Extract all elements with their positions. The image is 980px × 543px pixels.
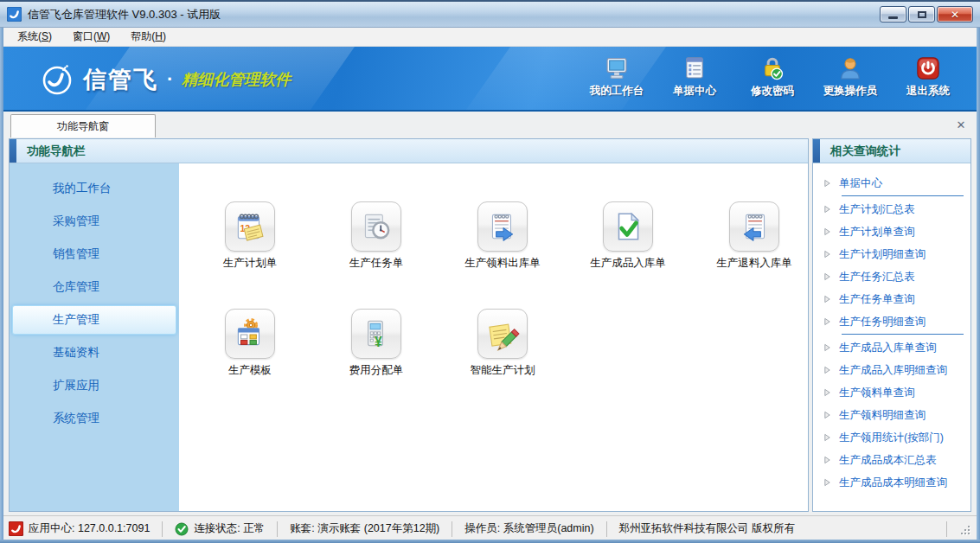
status-bar: 应用中心: 127.0.0.1:7091 连接状态: 正常 账套: 演示账套 (… <box>2 515 978 541</box>
menu-help[interactable]: 帮助(H) <box>120 27 176 47</box>
sidebar-item-extensions[interactable]: 扩展应用 <box>10 369 179 402</box>
minimize-button[interactable] <box>880 6 906 22</box>
query-group-separator <box>842 195 964 196</box>
query-link-label: 生产任务明细查询 <box>839 315 926 329</box>
triangle-bullet-icon <box>823 343 831 352</box>
triangle-bullet-icon <box>823 295 831 303</box>
triangle-bullet-icon <box>823 388 831 397</box>
tile-label: 费用分配单 <box>349 363 404 378</box>
sidebar-item-my-workbench[interactable]: 我的工作台 <box>10 172 179 205</box>
status-app-center: 应用中心: 127.0.0.1:7091 <box>9 521 150 536</box>
query-link-label: 生产任务汇总表 <box>839 270 915 284</box>
query-link-finished-in-detail[interactable]: 生产成品入库明细查询 <box>813 359 970 381</box>
tile-label: 生产退料入库单 <box>716 256 792 271</box>
tab-strip: 功能导航窗 ✕ <box>2 113 978 137</box>
query-link-cost-detail[interactable]: 生产成品成本明细查询 <box>813 471 970 494</box>
query-link-plan-order[interactable]: 生产计划单查询 <box>813 220 970 243</box>
triangle-bullet-icon <box>823 478 831 487</box>
action-document-center[interactable]: 单据中心 <box>667 55 722 99</box>
material-issue-out-button[interactable] <box>477 201 528 252</box>
nav-sidebar: 我的工作台 采购管理 销售管理 仓库管理 生产管理 基础资料 扩展应用 系统管理 <box>10 163 179 511</box>
action-label: 退出系统 <box>906 84 950 99</box>
sidebar-item-label: 仓库管理 <box>53 279 99 295</box>
status-separator <box>946 521 947 537</box>
query-link-plan-summary[interactable]: 生产计划汇总表 <box>813 198 970 220</box>
triangle-bullet-icon <box>823 317 831 326</box>
window-title: 信管飞仓库管理软件 V9.0.303 - 试用版 <box>28 7 221 22</box>
query-link-label: 生产计划单查询 <box>839 225 915 240</box>
sidebar-item-system[interactable]: 系统管理 <box>10 402 179 435</box>
production-template-button[interactable] <box>225 309 275 359</box>
query-link-label: 生产领料明细查询 <box>839 408 926 423</box>
tile-label: 生产计划单 <box>223 256 278 271</box>
finished-goods-in-button[interactable] <box>603 201 653 252</box>
action-exit-system[interactable]: 退出系统 <box>900 55 956 99</box>
sidebar-item-label: 基础资料 <box>53 345 99 361</box>
tile-finished-goods-in: 生产成品入库单 <box>572 201 684 271</box>
tab-strip-close-icon[interactable]: ✕ <box>954 118 968 131</box>
query-link-document-center[interactable]: 单据中心 <box>813 172 970 195</box>
production-task-clock-icon <box>358 208 394 245</box>
resize-grip[interactable] <box>959 524 970 534</box>
tile-label: 生产成品入库单 <box>590 256 666 271</box>
brand-dot: · <box>167 68 173 91</box>
sidebar-item-warehouse[interactable]: 仓库管理 <box>10 271 179 303</box>
menu-system[interactable]: 系统(S) <box>7 27 62 47</box>
query-link-finished-in-order[interactable]: 生产成品入库单查询 <box>813 336 970 359</box>
query-link-task-summary[interactable]: 生产任务汇总表 <box>813 265 970 288</box>
action-label: 我的工作台 <box>590 84 644 99</box>
query-group-separator <box>842 334 964 335</box>
menu-window[interactable]: 窗口(W) <box>62 27 120 47</box>
sidebar-item-base-data[interactable]: 基础资料 <box>10 336 179 369</box>
action-change-password[interactable]: 修改密码 <box>745 55 800 99</box>
material-return-in-arrow-icon <box>736 208 772 245</box>
query-link-cost-summary[interactable]: 生产成品成本汇总表 <box>813 449 970 471</box>
menu-help-label: 帮助( <box>131 30 155 42</box>
menu-window-key: W <box>97 30 106 42</box>
menu-system-key: S <box>42 30 48 42</box>
function-navigation-panel: 功能导航栏 我的工作台 采购管理 销售管理 仓库管理 生产管理 基础资料 扩展应… <box>9 138 809 512</box>
sidebar-item-label: 我的工作台 <box>53 181 112 196</box>
production-task-button[interactable] <box>351 201 401 252</box>
expense-allocation-button[interactable]: ¥ <box>351 309 401 359</box>
query-link-issue-detail[interactable]: 生产领料明细查询 <box>813 404 970 426</box>
connection-ok-icon <box>175 522 189 536</box>
tile-grid: 12 生产计划单 <box>179 163 808 511</box>
status-copyright-text: 郑州亚拓软件科技有限公司 版权所有 <box>619 521 795 536</box>
sidebar-item-label: 销售管理 <box>53 246 99 262</box>
query-link-plan-detail[interactable]: 生产计划明细查询 <box>813 243 970 265</box>
action-my-workbench[interactable]: 我的工作台 <box>589 55 644 99</box>
action-switch-operator[interactable]: 更换操作员 <box>823 55 878 99</box>
triangle-bullet-icon <box>823 433 831 442</box>
restore-button[interactable] <box>908 6 935 22</box>
svg-text:¥: ¥ <box>375 335 382 349</box>
action-label: 更换操作员 <box>823 84 878 99</box>
production-plan-button[interactable]: 12 <box>225 201 275 252</box>
query-link-task-detail[interactable]: 生产任务明细查询 <box>813 310 970 333</box>
triangle-bullet-icon <box>823 272 831 281</box>
tile-production-plan: 12 生产计划单 <box>194 201 306 271</box>
query-link-label: 单据中心 <box>839 176 882 191</box>
production-template-gear-icon <box>232 316 268 352</box>
tab-function-navigator[interactable]: 功能导航窗 <box>10 114 156 137</box>
sidebar-item-purchase[interactable]: 采购管理 <box>10 205 179 238</box>
brand-block: 信管飞 · 精细化管理软件 <box>40 47 291 112</box>
tile-label: 生产任务单 <box>349 256 404 271</box>
query-link-issue-order[interactable]: 生产领料单查询 <box>813 381 970 404</box>
window-border-bottom <box>0 540 980 543</box>
title-bar[interactable]: 信管飞仓库管理软件 V9.0.303 - 试用版 ✕ <box>0 2 980 28</box>
material-return-in-button[interactable] <box>729 201 779 252</box>
query-link-task-order[interactable]: 生产任务单查询 <box>813 288 970 310</box>
smart-production-plan-button[interactable] <box>477 309 528 359</box>
action-label: 单据中心 <box>673 84 716 99</box>
status-connection-text: 连接状态: 正常 <box>194 521 265 536</box>
query-link-usage-by-department[interactable]: 生产领用统计(按部门) <box>813 426 970 449</box>
query-link-label: 生产成品成本明细查询 <box>839 476 947 490</box>
app-center-logo-icon <box>9 521 23 536</box>
status-operator-text: 操作员: 系统管理员(admin) <box>464 521 593 536</box>
query-link-label: 生产计划汇总表 <box>839 202 915 217</box>
close-button[interactable]: ✕ <box>937 6 973 22</box>
query-link-label: 生产成品入库单查询 <box>839 341 937 355</box>
sidebar-item-sales[interactable]: 销售管理 <box>10 238 179 271</box>
sidebar-item-production[interactable]: 生产管理 <box>10 303 179 336</box>
